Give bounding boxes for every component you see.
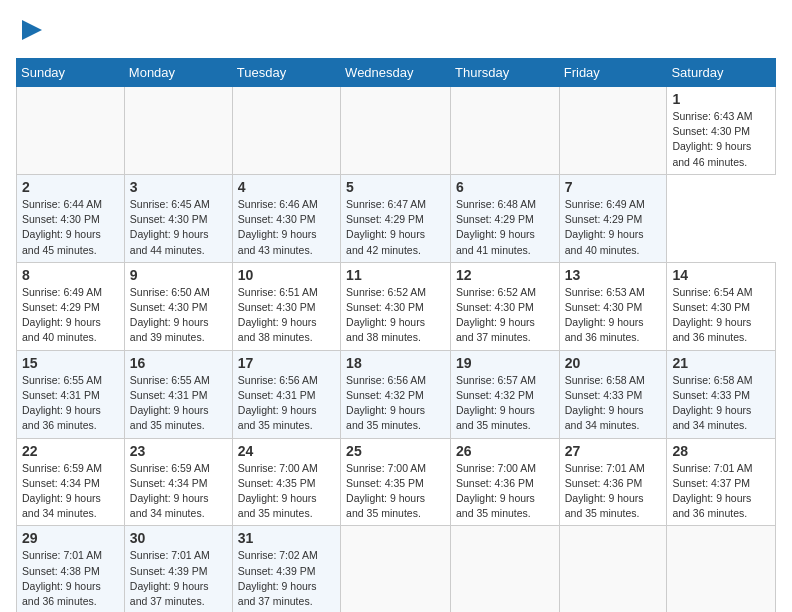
day-info: Sunrise: 6:54 AMSunset: 4:30 PMDaylight:… — [672, 286, 752, 344]
day-number: 21 — [672, 355, 770, 371]
day-of-week-header: Friday — [559, 59, 667, 87]
calendar-cell — [17, 87, 125, 175]
day-number: 31 — [238, 530, 335, 546]
day-info: Sunrise: 6:56 AMSunset: 4:31 PMDaylight:… — [238, 374, 318, 432]
calendar-cell: 5Sunrise: 6:47 AMSunset: 4:29 PMDaylight… — [341, 174, 451, 262]
calendar-cell: 8Sunrise: 6:49 AMSunset: 4:29 PMDaylight… — [17, 262, 125, 350]
day-number: 3 — [130, 179, 227, 195]
calendar-cell: 29Sunrise: 7:01 AMSunset: 4:38 PMDayligh… — [17, 526, 125, 612]
day-info: Sunrise: 6:51 AMSunset: 4:30 PMDaylight:… — [238, 286, 318, 344]
calendar-cell: 6Sunrise: 6:48 AMSunset: 4:29 PMDaylight… — [451, 174, 560, 262]
calendar-cell — [232, 87, 340, 175]
page-header — [16, 16, 776, 48]
day-info: Sunrise: 7:00 AMSunset: 4:35 PMDaylight:… — [238, 462, 318, 520]
day-number: 27 — [565, 443, 662, 459]
day-number: 11 — [346, 267, 445, 283]
calendar-cell: 7Sunrise: 6:49 AMSunset: 4:29 PMDaylight… — [559, 174, 667, 262]
calendar-cell: 19Sunrise: 6:57 AMSunset: 4:32 PMDayligh… — [451, 350, 560, 438]
day-number: 14 — [672, 267, 770, 283]
calendar-cell: 11Sunrise: 6:52 AMSunset: 4:30 PMDayligh… — [341, 262, 451, 350]
day-number: 25 — [346, 443, 445, 459]
day-info: Sunrise: 6:58 AMSunset: 4:33 PMDaylight:… — [565, 374, 645, 432]
calendar-cell: 21Sunrise: 6:58 AMSunset: 4:33 PMDayligh… — [667, 350, 776, 438]
calendar-cell: 23Sunrise: 6:59 AMSunset: 4:34 PMDayligh… — [124, 438, 232, 526]
day-number: 20 — [565, 355, 662, 371]
day-info: Sunrise: 6:56 AMSunset: 4:32 PMDaylight:… — [346, 374, 426, 432]
calendar-cell — [124, 87, 232, 175]
calendar-cell: 24Sunrise: 7:00 AMSunset: 4:35 PMDayligh… — [232, 438, 340, 526]
calendar-cell: 13Sunrise: 6:53 AMSunset: 4:30 PMDayligh… — [559, 262, 667, 350]
calendar-cell: 25Sunrise: 7:00 AMSunset: 4:35 PMDayligh… — [341, 438, 451, 526]
day-of-week-header: Tuesday — [232, 59, 340, 87]
day-info: Sunrise: 7:01 AMSunset: 4:38 PMDaylight:… — [22, 549, 102, 607]
calendar-cell: 15Sunrise: 6:55 AMSunset: 4:31 PMDayligh… — [17, 350, 125, 438]
day-number: 19 — [456, 355, 554, 371]
day-number: 30 — [130, 530, 227, 546]
day-info: Sunrise: 6:59 AMSunset: 4:34 PMDaylight:… — [130, 462, 210, 520]
calendar-cell: 31Sunrise: 7:02 AMSunset: 4:39 PMDayligh… — [232, 526, 340, 612]
day-number: 9 — [130, 267, 227, 283]
calendar-cell — [559, 87, 667, 175]
day-number: 13 — [565, 267, 662, 283]
calendar-cell: 4Sunrise: 6:46 AMSunset: 4:30 PMDaylight… — [232, 174, 340, 262]
calendar-table: SundayMondayTuesdayWednesdayThursdayFrid… — [16, 58, 776, 612]
logo — [16, 16, 46, 48]
day-number: 1 — [672, 91, 770, 107]
day-info: Sunrise: 6:52 AMSunset: 4:30 PMDaylight:… — [346, 286, 426, 344]
calendar-cell: 22Sunrise: 6:59 AMSunset: 4:34 PMDayligh… — [17, 438, 125, 526]
day-info: Sunrise: 7:02 AMSunset: 4:39 PMDaylight:… — [238, 549, 318, 607]
day-of-week-header: Wednesday — [341, 59, 451, 87]
day-number: 7 — [565, 179, 662, 195]
calendar-cell: 10Sunrise: 6:51 AMSunset: 4:30 PMDayligh… — [232, 262, 340, 350]
day-number: 26 — [456, 443, 554, 459]
calendar-cell: 14Sunrise: 6:54 AMSunset: 4:30 PMDayligh… — [667, 262, 776, 350]
day-info: Sunrise: 7:00 AMSunset: 4:35 PMDaylight:… — [346, 462, 426, 520]
calendar-week-row: 22Sunrise: 6:59 AMSunset: 4:34 PMDayligh… — [17, 438, 776, 526]
day-info: Sunrise: 6:43 AMSunset: 4:30 PMDaylight:… — [672, 110, 752, 168]
day-info: Sunrise: 6:45 AMSunset: 4:30 PMDaylight:… — [130, 198, 210, 256]
day-number: 8 — [22, 267, 119, 283]
day-number: 23 — [130, 443, 227, 459]
day-info: Sunrise: 6:58 AMSunset: 4:33 PMDaylight:… — [672, 374, 752, 432]
calendar-cell — [451, 526, 560, 612]
calendar-header-row: SundayMondayTuesdayWednesdayThursdayFrid… — [17, 59, 776, 87]
day-info: Sunrise: 7:01 AMSunset: 4:37 PMDaylight:… — [672, 462, 752, 520]
day-info: Sunrise: 6:59 AMSunset: 4:34 PMDaylight:… — [22, 462, 102, 520]
day-number: 29 — [22, 530, 119, 546]
day-info: Sunrise: 6:48 AMSunset: 4:29 PMDaylight:… — [456, 198, 536, 256]
calendar-week-row: 15Sunrise: 6:55 AMSunset: 4:31 PMDayligh… — [17, 350, 776, 438]
day-number: 10 — [238, 267, 335, 283]
day-of-week-header: Sunday — [17, 59, 125, 87]
calendar-cell: 30Sunrise: 7:01 AMSunset: 4:39 PMDayligh… — [124, 526, 232, 612]
calendar-cell — [341, 526, 451, 612]
day-info: Sunrise: 6:55 AMSunset: 4:31 PMDaylight:… — [22, 374, 102, 432]
day-number: 16 — [130, 355, 227, 371]
calendar-cell: 9Sunrise: 6:50 AMSunset: 4:30 PMDaylight… — [124, 262, 232, 350]
day-info: Sunrise: 6:47 AMSunset: 4:29 PMDaylight:… — [346, 198, 426, 256]
calendar-cell — [559, 526, 667, 612]
day-info: Sunrise: 6:53 AMSunset: 4:30 PMDaylight:… — [565, 286, 645, 344]
day-number: 28 — [672, 443, 770, 459]
day-of-week-header: Thursday — [451, 59, 560, 87]
calendar-cell: 17Sunrise: 6:56 AMSunset: 4:31 PMDayligh… — [232, 350, 340, 438]
calendar-week-row: 29Sunrise: 7:01 AMSunset: 4:38 PMDayligh… — [17, 526, 776, 612]
day-info: Sunrise: 7:01 AMSunset: 4:36 PMDaylight:… — [565, 462, 645, 520]
day-of-week-header: Monday — [124, 59, 232, 87]
calendar-cell: 12Sunrise: 6:52 AMSunset: 4:30 PMDayligh… — [451, 262, 560, 350]
calendar-cell: 3Sunrise: 6:45 AMSunset: 4:30 PMDaylight… — [124, 174, 232, 262]
day-info: Sunrise: 6:50 AMSunset: 4:30 PMDaylight:… — [130, 286, 210, 344]
day-number: 5 — [346, 179, 445, 195]
day-number: 18 — [346, 355, 445, 371]
day-info: Sunrise: 6:55 AMSunset: 4:31 PMDaylight:… — [130, 374, 210, 432]
day-number: 4 — [238, 179, 335, 195]
day-number: 15 — [22, 355, 119, 371]
day-info: Sunrise: 6:52 AMSunset: 4:30 PMDaylight:… — [456, 286, 536, 344]
calendar-cell: 27Sunrise: 7:01 AMSunset: 4:36 PMDayligh… — [559, 438, 667, 526]
calendar-cell: 28Sunrise: 7:01 AMSunset: 4:37 PMDayligh… — [667, 438, 776, 526]
calendar-week-row: 2Sunrise: 6:44 AMSunset: 4:30 PMDaylight… — [17, 174, 776, 262]
day-number: 24 — [238, 443, 335, 459]
calendar-cell — [451, 87, 560, 175]
day-number: 6 — [456, 179, 554, 195]
calendar-cell — [341, 87, 451, 175]
day-info: Sunrise: 7:01 AMSunset: 4:39 PMDaylight:… — [130, 549, 210, 607]
